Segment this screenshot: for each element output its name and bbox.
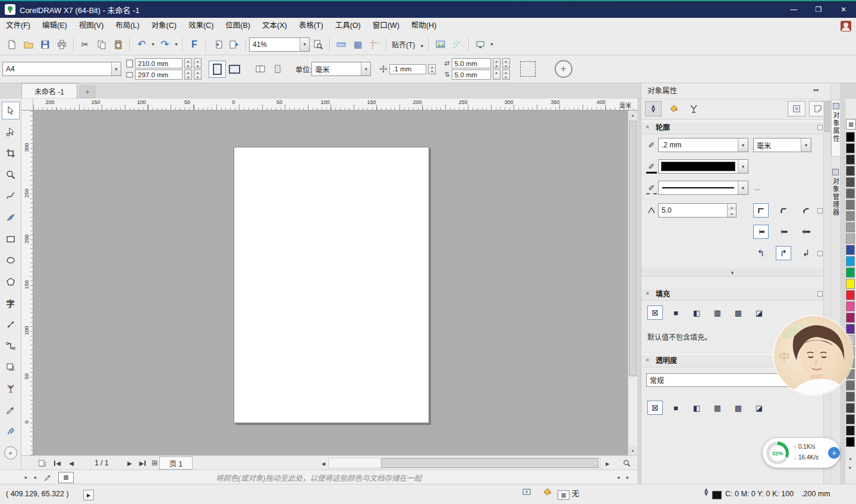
- treat-as-filled-button[interactable]: [520, 61, 537, 78]
- pick-tool[interactable]: [2, 102, 20, 119]
- palette-flyout-button[interactable]: ▸: [846, 464, 855, 471]
- page-width-extra-spinner[interactable]: ▴▾: [194, 58, 202, 68]
- miter-limit-spinner[interactable]: 5.0 ▴▾: [658, 203, 737, 218]
- palette-swatch[interactable]: [846, 392, 855, 402]
- units-combo[interactable]: 毫米 ▾: [311, 62, 371, 76]
- page-size-preset-combo[interactable]: A4 ▾: [2, 62, 121, 76]
- add-button[interactable]: +: [555, 60, 572, 78]
- redo-button[interactable]: ↷: [156, 36, 173, 53]
- palette-swatch[interactable]: [846, 166, 855, 176]
- cap-square-button[interactable]: [798, 225, 814, 239]
- cut-button[interactable]: ✂: [77, 36, 93, 53]
- canvas-vertical-scrollbar[interactable]: ▴ ▾: [628, 111, 637, 455]
- docker-collapse-icon[interactable]: ▸▸: [814, 87, 819, 93]
- corner-round-button[interactable]: [776, 203, 791, 218]
- redo-dropdown[interactable]: ▾: [173, 36, 180, 53]
- zoom-level-combo[interactable]: 41% ▾: [249, 37, 310, 52]
- outline-width-combo[interactable]: .2 mm ▾: [658, 138, 748, 152]
- ellipse-tool[interactable]: [2, 251, 20, 269]
- scroll-down-button[interactable]: ▾: [628, 446, 637, 455]
- fill-postscript-button[interactable]: ◪: [751, 305, 767, 320]
- transparency-tab-button[interactable]: [685, 101, 702, 116]
- palette-swatch[interactable]: [846, 290, 855, 300]
- menu-table[interactable]: 表格(T): [293, 18, 329, 34]
- nudge-spinner[interactable]: ▴▾: [428, 64, 436, 74]
- horizontal-ruler[interactable]: 200 150 100 50 0 50 100 150 200 250 300 …: [33, 99, 637, 111]
- menu-effects[interactable]: 效果(C): [182, 18, 219, 34]
- combo-arrow-icon[interactable]: ▾: [738, 138, 748, 152]
- transparency-pattern-button[interactable]: ▦: [710, 401, 725, 415]
- vertical-ruler[interactable]: 300 250 200 150 100 50 0: [21, 111, 33, 455]
- open-button[interactable]: [20, 36, 37, 53]
- add-tools-button[interactable]: +: [2, 444, 20, 462]
- palette-swatch[interactable]: [846, 211, 855, 221]
- menu-text[interactable]: 文本(X): [256, 18, 293, 34]
- duplicate-x-spinner[interactable]: ▴▾: [493, 58, 501, 68]
- palette-swatch[interactable]: [846, 200, 855, 210]
- cap-butt-button[interactable]: [753, 225, 769, 239]
- palette-swatch[interactable]: [846, 188, 855, 199]
- paste-button[interactable]: [110, 36, 127, 53]
- palette-swatch[interactable]: [846, 279, 855, 289]
- save-button[interactable]: [37, 36, 54, 53]
- palette-swatch[interactable]: [846, 437, 855, 447]
- document-page[interactable]: [234, 147, 429, 423]
- menu-edit[interactable]: 编辑(E): [36, 18, 73, 34]
- dynamic-guides-button[interactable]: [449, 36, 465, 53]
- widget-plus-button[interactable]: +: [828, 447, 840, 459]
- palette-swatch[interactable]: [846, 426, 855, 436]
- first-page-button[interactable]: ◀: [51, 457, 63, 469]
- transparency-texture-button[interactable]: ▩: [731, 401, 746, 415]
- ruler-origin-corner[interactable]: [21, 99, 33, 111]
- launcher-button[interactable]: [472, 36, 489, 53]
- duplicate-y-extra-spinner[interactable]: ▴▾: [502, 70, 510, 80]
- fill-status-icon[interactable]: [542, 487, 552, 497]
- export-button[interactable]: [226, 36, 243, 53]
- interactive-fill-tool[interactable]: [2, 423, 20, 440]
- docpal-expand-button[interactable]: ▸: [21, 472, 31, 483]
- palette-scroll-down-button[interactable]: ▾: [846, 455, 855, 463]
- copy-button[interactable]: [93, 36, 110, 53]
- frames-toggle-button[interactable]: [788, 101, 805, 116]
- corner-bevel-button[interactable]: [798, 203, 814, 218]
- transparency-merge-button[interactable]: ◪: [751, 401, 767, 415]
- palette-swatch[interactable]: [846, 256, 855, 266]
- last-page-button[interactable]: ▶: [137, 457, 149, 469]
- outline-section-checkbox[interactable]: [817, 125, 823, 130]
- welcome-screen-button[interactable]: [432, 36, 449, 53]
- page-1-tab[interactable]: 页 1: [159, 456, 193, 470]
- units-combo-arrow-icon[interactable]: ▾: [361, 62, 370, 75]
- scroll-up-button[interactable]: ▴: [628, 111, 637, 119]
- menu-help[interactable]: 帮助(H): [405, 18, 442, 34]
- fill-texture-button[interactable]: ▩: [731, 305, 746, 320]
- undo-button[interactable]: ↶: [133, 36, 150, 53]
- arrowhead-checkbox[interactable]: [817, 251, 823, 256]
- docpal-flyout-button[interactable]: ▸: [31, 472, 40, 483]
- palette-swatch[interactable]: [846, 177, 855, 187]
- menu-layout[interactable]: 布局(L): [109, 18, 145, 34]
- duplicate-y-spinner[interactable]: ▴: [493, 70, 501, 80]
- page-height-extra-spinner[interactable]: ▴▾: [194, 70, 202, 80]
- page-height-spinner[interactable]: ▴▾: [184, 70, 192, 80]
- arrowhead-end-button[interactable]: ↲: [798, 246, 814, 260]
- page-height-field[interactable]: 297.0 mm: [135, 70, 182, 80]
- palette-swatch[interactable]: [846, 414, 855, 424]
- more-styles-button[interactable]: ...: [754, 181, 760, 195]
- import-button[interactable]: [209, 36, 226, 53]
- docpal-scroll-left[interactable]: ◂: [613, 472, 623, 483]
- menu-object[interactable]: 对象(C): [146, 18, 182, 34]
- artistic-media-tool[interactable]: [2, 209, 20, 226]
- text-tool[interactable]: 字: [2, 294, 20, 312]
- vertical-scroll-thumb[interactable]: [629, 121, 637, 376]
- combo-arrow-icon[interactable]: ▾: [738, 181, 748, 194]
- palette-swatch[interactable]: [846, 155, 855, 165]
- scroll-right-button[interactable]: ▶: [602, 458, 613, 470]
- add-page-button[interactable]: ⊞: [149, 457, 160, 469]
- arrowhead-options-button[interactable]: ↱: [776, 246, 791, 260]
- menu-view[interactable]: 视图(V): [73, 18, 110, 34]
- horizontal-scroll-thumb[interactable]: [381, 458, 599, 468]
- next-page-button[interactable]: ▶: [124, 457, 136, 469]
- drop-shadow-tool[interactable]: [2, 358, 20, 376]
- minimize-button[interactable]: —: [781, 1, 806, 18]
- search-content-button[interactable]: F: [186, 36, 203, 53]
